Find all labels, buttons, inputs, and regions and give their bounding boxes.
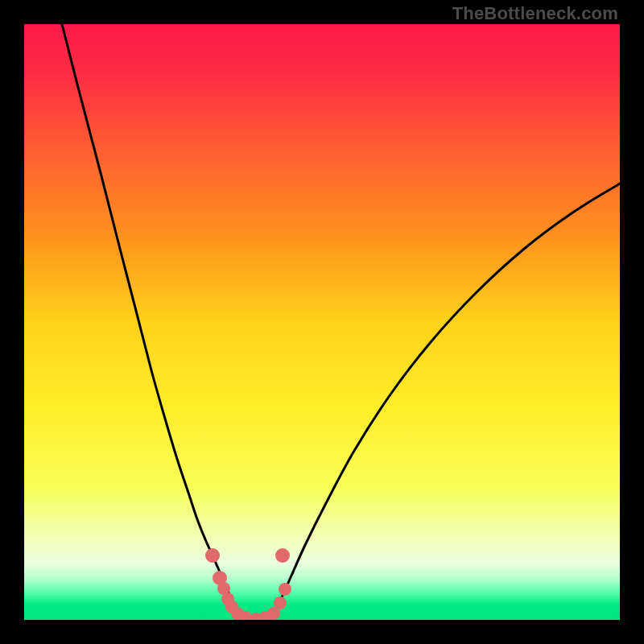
chart-frame: TheBottleneck.com [0, 0, 644, 644]
marker-dot [279, 583, 291, 596]
marker-dot [275, 548, 290, 563]
watermark-text: TheBottleneck.com [452, 3, 618, 24]
gradient-background [24, 24, 620, 620]
chart-svg [24, 24, 620, 620]
marker-dot [205, 548, 220, 563]
marker-dot [274, 597, 287, 609]
plot-area [24, 24, 620, 620]
